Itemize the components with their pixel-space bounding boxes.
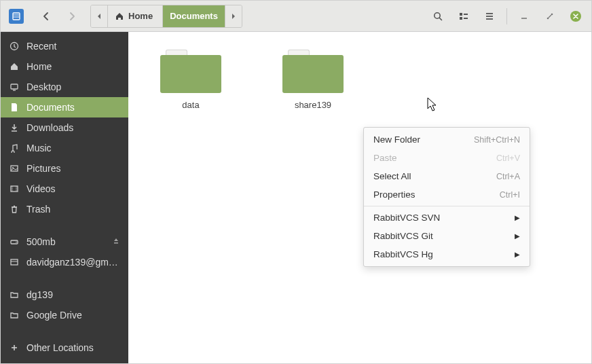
sidebar-label: Recent	[26, 41, 120, 52]
sidebar-label: davidganz139@gm…	[26, 257, 120, 268]
hamburger-button[interactable]	[478, 5, 501, 28]
menu-rabbitvcs-git[interactable]: RabbitVCS Git ▶	[364, 227, 530, 245]
sidebar-label: Trash	[26, 204, 120, 215]
path-documents[interactable]: Documents	[163, 5, 225, 27]
svg-rect-7	[464, 14, 468, 15]
menu-new-folder[interactable]: New Folder Shift+Ctrl+N	[364, 130, 530, 149]
path-home[interactable]: Home	[108, 5, 163, 27]
back-button[interactable]	[35, 5, 58, 28]
account-icon	[9, 257, 20, 268]
svg-point-13	[547, 17, 549, 19]
submenu-arrow-icon: ▶	[515, 214, 520, 221]
path-forward-child[interactable]	[225, 5, 242, 27]
sidebar-label: Music	[26, 143, 120, 153]
svg-rect-8	[464, 18, 468, 19]
sidebar-label: Desktop	[26, 81, 120, 92]
sidebar-item-pictures[interactable]: Pictures	[1, 158, 128, 179]
folder-icon	[160, 50, 221, 93]
minimize-button[interactable]	[513, 5, 536, 28]
sidebar-item-desktop[interactable]: Desktop	[1, 77, 128, 97]
content-area[interactable]: data share139 New Folder Shift+Ctrl+N Pa…	[128, 32, 591, 363]
svg-rect-0	[13, 13, 20, 20]
pictures-icon	[9, 163, 20, 174]
drive-icon	[9, 236, 20, 247]
sidebar-item-videos[interactable]: Videos	[1, 179, 128, 199]
submenu-arrow-icon: ▶	[515, 232, 520, 240]
svg-point-14	[551, 13, 553, 15]
forward-button[interactable]	[60, 5, 84, 28]
svg-rect-5	[460, 13, 462, 16]
menu-shortcut: Ctrl+V	[496, 153, 520, 163]
sidebar-item-home[interactable]: Home	[1, 56, 128, 77]
menu-properties[interactable]: Properties Ctrl+I	[364, 185, 530, 204]
menu-label: Select All	[373, 171, 411, 181]
home-icon	[9, 61, 20, 72]
sidebar-item-500mb[interactable]: 500mb	[1, 232, 128, 252]
eject-icon[interactable]	[112, 236, 120, 247]
folder-label: data	[182, 100, 199, 110]
menu-label: RabbitVCS Hg	[373, 249, 433, 259]
sidebar-label: Downloads	[26, 122, 120, 133]
sidebar-item-downloads[interactable]: Downloads	[1, 117, 128, 138]
menu-label: RabbitVCS SVN	[373, 213, 440, 223]
app-menu-button[interactable]	[5, 5, 28, 28]
trash-icon	[9, 204, 20, 215]
close-icon	[570, 10, 582, 22]
folder-tile-data[interactable]: data	[143, 46, 238, 114]
folder-tile-share139[interactable]: share139	[265, 46, 360, 114]
svg-rect-6	[460, 17, 462, 20]
close-button[interactable]	[564, 5, 587, 28]
sidebar-label: 500mb	[26, 236, 105, 247]
svg-point-29	[16, 242, 17, 243]
hamburger-icon	[484, 11, 495, 22]
sidebar-item-documents[interactable]: Documents	[1, 97, 128, 117]
menu-shortcut: Ctrl+I	[500, 190, 520, 200]
sidebar-item-music[interactable]: Music	[1, 138, 128, 158]
triangle-left-icon	[96, 13, 102, 20]
svg-rect-18	[11, 84, 18, 89]
menu-shortcut: Shift+Ctrl+N	[474, 135, 520, 145]
desktop-icon	[9, 81, 20, 92]
videos-icon	[9, 183, 20, 194]
menu-rabbitvcs-hg[interactable]: RabbitVCS Hg ▶	[364, 245, 530, 263]
sidebar-item-gdrive[interactable]: Google Drive	[1, 305, 128, 325]
sidebar-item-other-locations[interactable]: Other Locations	[1, 338, 128, 358]
sidebar: Recent Home Desktop Documents Downloads …	[1, 32, 128, 363]
sidebar-item-gmail[interactable]: davidganz139@gm…	[1, 252, 128, 272]
menu-shortcut: Ctrl+A	[496, 172, 520, 181]
maximize-button[interactable]	[538, 5, 561, 28]
triangle-right-icon	[231, 13, 236, 20]
sidebar-label: dg139	[26, 289, 120, 300]
plus-icon	[9, 342, 20, 353]
sidebar-item-recent[interactable]: Recent	[1, 36, 128, 56]
svg-rect-30	[114, 242, 118, 244]
arrow-left-icon	[41, 11, 52, 22]
sidebar-label: Pictures	[26, 163, 120, 174]
menu-select-all[interactable]: Select All Ctrl+A	[364, 167, 530, 185]
submenu-arrow-icon: ▶	[515, 251, 520, 258]
sidebar-label: Documents	[26, 102, 120, 113]
search-icon	[432, 11, 443, 22]
minimize-icon	[520, 12, 528, 20]
sidebar-item-trash[interactable]: Trash	[1, 199, 128, 219]
path-back-child[interactable]	[91, 5, 108, 27]
svg-rect-21	[11, 166, 18, 171]
sidebar-item-dg139[interactable]: dg139	[1, 285, 128, 305]
maximize-icon	[546, 12, 554, 20]
folder-label: share139	[295, 100, 331, 110]
files-app-icon	[9, 9, 24, 24]
view-toggle-button[interactable]	[452, 5, 475, 28]
folder-icon	[9, 289, 20, 300]
grid-view-icon	[458, 11, 469, 22]
sidebar-label: Videos	[26, 183, 120, 194]
path-documents-label: Documents	[170, 11, 218, 21]
music-icon	[9, 143, 20, 153]
search-button[interactable]	[426, 5, 449, 28]
menu-rabbitvcs-svn[interactable]: RabbitVCS SVN ▶	[364, 208, 530, 227]
sidebar-label: Other Locations	[26, 342, 120, 353]
menu-label: Properties	[373, 189, 415, 200]
home-icon	[115, 12, 124, 21]
svg-rect-31	[11, 259, 18, 265]
file-manager-window: Home Documents	[0, 0, 592, 364]
menu-label: Paste	[373, 153, 397, 163]
